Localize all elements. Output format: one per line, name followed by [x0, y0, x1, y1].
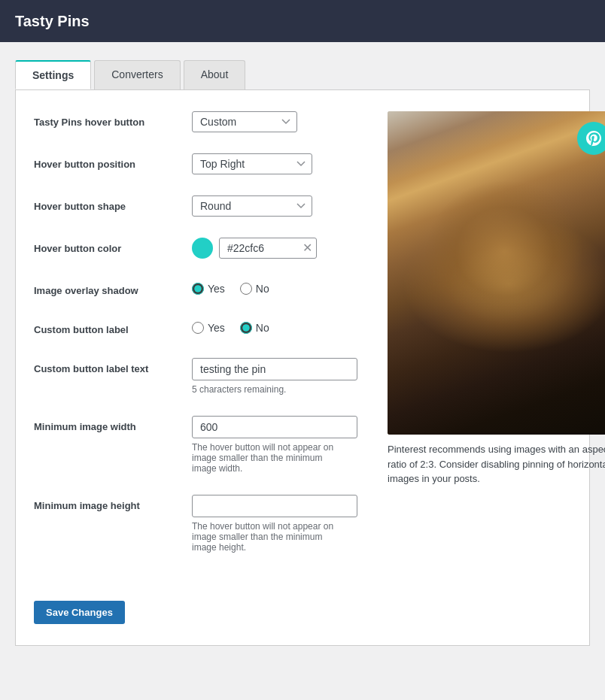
- min-width-row: Minimum image width The hover button wil…: [34, 416, 357, 474]
- hover-shape-control: Round Square: [192, 195, 357, 217]
- min-width-input[interactable]: [192, 416, 357, 438]
- label-text-label: Custom button label text: [34, 358, 192, 376]
- custom-label-no-label[interactable]: No: [240, 322, 269, 334]
- min-height-control: The hover button will not appear on imag…: [192, 495, 357, 553]
- custom-label-yes-label[interactable]: Yes: [192, 322, 225, 334]
- overlay-shadow-control: Yes No: [192, 280, 357, 295]
- hover-shape-select[interactable]: Round Square: [192, 195, 312, 217]
- hover-button-control: Custom Default None: [192, 111, 357, 132]
- color-swatch[interactable]: [192, 238, 213, 259]
- settings-grid: Tasty Pins hover button Custom Default N…: [34, 111, 571, 624]
- custom-label-yes-radio[interactable]: [192, 322, 204, 334]
- custom-label-no-radio[interactable]: [240, 322, 252, 334]
- pinterest-badge: [577, 122, 605, 155]
- custom-label-row: Custom button label Yes No: [34, 319, 357, 337]
- overlay-shadow-yes-text: Yes: [208, 283, 225, 295]
- min-height-input[interactable]: [192, 495, 357, 517]
- custom-label-control: Yes No: [192, 319, 357, 334]
- image-preview: [388, 111, 605, 435]
- overlay-shadow-label: Image overlay shadow: [34, 280, 192, 298]
- label-text-row: Custom button label text 5 characters re…: [34, 358, 357, 395]
- app-header: Tasty Pins: [0, 0, 605, 42]
- save-changes-button[interactable]: Save Changes: [34, 601, 125, 624]
- page-bottom: Save Changes: [34, 574, 357, 624]
- settings-right: Pinterest recommends using images with a…: [388, 111, 605, 624]
- min-height-hint: The hover button will not appear on imag…: [192, 521, 357, 553]
- min-width-control: The hover button will not appear on imag…: [192, 416, 357, 474]
- overlay-shadow-row: Image overlay shadow Yes No: [34, 280, 357, 298]
- hover-position-row: Hover button position Top Right Top Left…: [34, 153, 357, 174]
- color-input-wrap: ✕: [219, 238, 317, 259]
- settings-left: Tasty Pins hover button Custom Default N…: [34, 111, 357, 624]
- hover-color-label: Hover button color: [34, 238, 192, 256]
- overlay-shadow-radio-group: Yes No: [192, 280, 357, 295]
- label-text-input[interactable]: [192, 358, 357, 380]
- color-clear-icon[interactable]: ✕: [302, 242, 312, 254]
- custom-label-label: Custom button label: [34, 319, 192, 337]
- hover-button-select[interactable]: Custom Default None: [192, 111, 297, 132]
- hover-button-row: Tasty Pins hover button Custom Default N…: [34, 111, 357, 132]
- custom-label-radio-group: Yes No: [192, 319, 357, 334]
- hover-position-control: Top Right Top Left Bottom Right Bottom L…: [192, 153, 357, 174]
- overlay-shadow-yes-label[interactable]: Yes: [192, 283, 225, 295]
- min-height-label: Minimum image height: [34, 495, 192, 513]
- hover-shape-label: Hover button shape: [34, 195, 192, 214]
- tab-about[interactable]: About: [184, 60, 246, 89]
- min-width-label: Minimum image width: [34, 416, 192, 434]
- overlay-shadow-no-text: No: [256, 283, 269, 295]
- label-text-control: 5 characters remaining.: [192, 358, 357, 395]
- hover-color-row: Hover button color ✕: [34, 238, 357, 259]
- overlay-shadow-no-radio[interactable]: [240, 283, 252, 295]
- pinterest-icon: [585, 129, 603, 147]
- tab-converters[interactable]: Converters: [94, 60, 180, 89]
- label-text-hint: 5 characters remaining.: [192, 384, 357, 395]
- tab-settings[interactable]: Settings: [15, 60, 91, 89]
- overlay-shadow-no-label[interactable]: No: [240, 283, 269, 295]
- dog-face-area: [423, 171, 586, 350]
- image-caption: Pinterest recommends using images with a…: [388, 442, 605, 486]
- app-title: Tasty Pins: [15, 13, 90, 30]
- settings-panel: Tasty Pins hover button Custom Default N…: [15, 89, 590, 646]
- tabs-bar: Settings Converters About: [15, 60, 590, 89]
- dog-image: [388, 111, 605, 435]
- overlay-shadow-yes-radio[interactable]: [192, 283, 204, 295]
- hover-color-control: ✕: [192, 238, 357, 259]
- custom-label-no-text: No: [256, 322, 269, 334]
- page-wrap: Settings Converters About Tasty Pins hov…: [0, 42, 605, 664]
- min-width-hint: The hover button will not appear on imag…: [192, 442, 357, 474]
- color-row: ✕: [192, 238, 357, 259]
- hover-button-label: Tasty Pins hover button: [34, 111, 192, 129]
- hover-shape-row: Hover button shape Round Square: [34, 195, 357, 217]
- custom-label-yes-text: Yes: [208, 322, 225, 334]
- hover-position-select[interactable]: Top Right Top Left Bottom Right Bottom L…: [192, 153, 312, 174]
- hover-position-label: Hover button position: [34, 153, 192, 171]
- min-height-row: Minimum image height The hover button wi…: [34, 495, 357, 553]
